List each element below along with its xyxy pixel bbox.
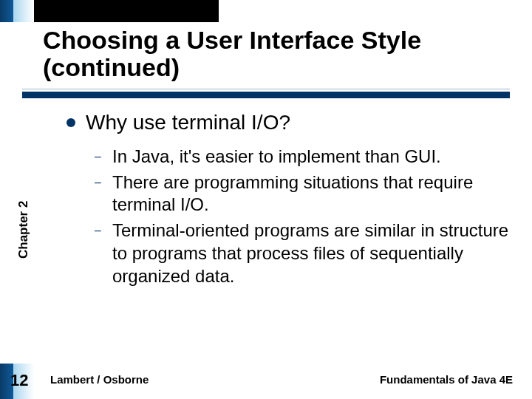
bullet-level2: – There are programming situations that … bbox=[95, 171, 510, 216]
bullet-level2-text: In Java, it's easier to implement than G… bbox=[112, 146, 441, 168]
page-number: 12 bbox=[10, 371, 28, 390]
dash-bullet-icon: – bbox=[95, 224, 102, 237]
chapter-label: Chapter 2 bbox=[16, 201, 31, 259]
decoration-top-left bbox=[0, 0, 34, 22]
bullet-level2-text: Terminal-oriented programs are similar i… bbox=[112, 219, 510, 287]
sub-bullet-list: – In Java, it's easier to implement than… bbox=[95, 146, 510, 287]
dash-bullet-icon: – bbox=[95, 176, 102, 189]
disc-bullet-icon bbox=[66, 118, 75, 127]
footer-author: Lambert / Osborne bbox=[50, 373, 149, 386]
decoration-black-bar bbox=[34, 0, 219, 22]
slide-title: Choosing a User Interface Style (continu… bbox=[43, 27, 501, 82]
bullet-level2-text: There are programming situations that re… bbox=[112, 171, 510, 216]
bullet-level2: – Terminal-oriented programs are similar… bbox=[95, 219, 510, 287]
dash-bullet-icon: – bbox=[95, 150, 102, 163]
bullet-level2: – In Java, it's easier to implement than… bbox=[95, 146, 510, 168]
title-underline bbox=[22, 89, 510, 99]
slide: Choosing a User Interface Style (continu… bbox=[0, 0, 532, 399]
bullet-level1: Why use terminal I/O? bbox=[66, 109, 510, 135]
bullet-level1-text: Why use terminal I/O? bbox=[86, 109, 290, 135]
footer-book-title: Fundamentals of Java 4E bbox=[380, 373, 513, 386]
slide-body: Why use terminal I/O? – In Java, it's ea… bbox=[66, 109, 510, 290]
